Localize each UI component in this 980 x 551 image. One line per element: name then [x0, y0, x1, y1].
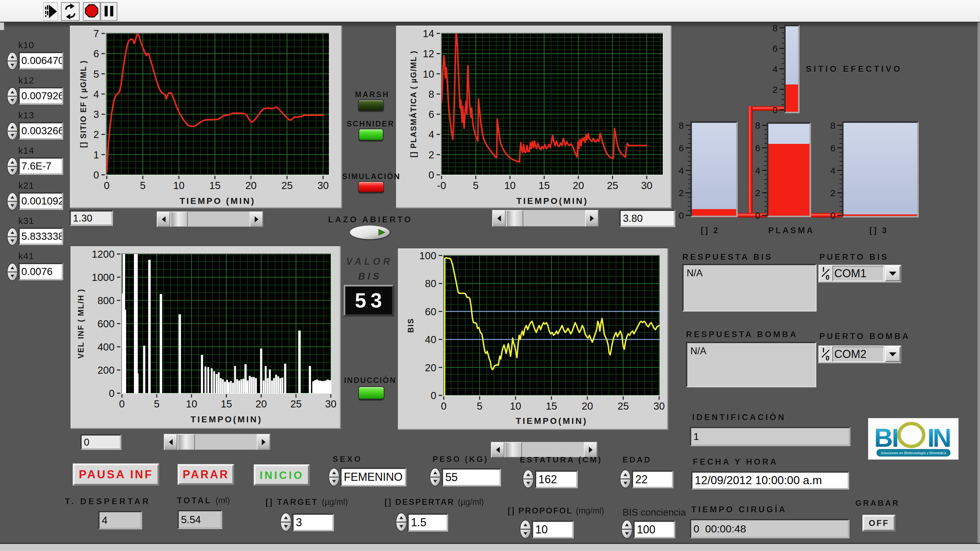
svg-text:0: 0 [826, 354, 829, 362]
svg-text:6: 6 [429, 109, 434, 120]
svg-text:6: 6 [755, 143, 760, 153]
svg-text:TIEMPO(MIN): TIEMPO(MIN) [516, 416, 588, 426]
svg-text:20: 20 [256, 398, 267, 410]
svg-text:VEL INF ( ML/H ): VEL INF ( ML/H ) [76, 289, 85, 359]
svg-text:25: 25 [607, 180, 618, 191]
svg-text:30: 30 [318, 180, 329, 191]
svg-text:5: 5 [154, 398, 159, 410]
svg-text:4: 4 [679, 165, 684, 176]
svg-text:[] PLASMÁTICA ( µG/ML ): [] PLASMÁTICA ( µG/ML ) [409, 51, 418, 157]
svg-text:6: 6 [94, 48, 99, 59]
svg-text:0: 0 [119, 398, 125, 410]
svg-text:20: 20 [582, 400, 593, 412]
svg-text:20: 20 [425, 362, 436, 373]
svg-text:10: 10 [173, 180, 185, 191]
svg-text:6: 6 [830, 143, 835, 153]
svg-text:5: 5 [140, 180, 145, 191]
svg-text:2: 2 [94, 129, 99, 140]
svg-text:10: 10 [510, 400, 522, 412]
svg-text:2: 2 [679, 188, 684, 198]
svg-text:200: 200 [97, 364, 115, 376]
svg-text:0: 0 [441, 400, 447, 412]
svg-text:4: 4 [755, 165, 760, 176]
svg-text:30: 30 [654, 400, 665, 412]
svg-text:800: 800 [97, 295, 115, 306]
svg-text:4: 4 [830, 165, 835, 176]
svg-text:2: 2 [755, 188, 760, 198]
svg-text:10: 10 [423, 68, 434, 80]
svg-text:8: 8 [830, 120, 835, 130]
svg-text:600: 600 [97, 318, 115, 329]
svg-text:30: 30 [325, 398, 337, 410]
svg-text:8: 8 [679, 120, 684, 130]
svg-text:1: 1 [94, 149, 99, 160]
svg-text:5: 5 [477, 400, 482, 412]
svg-text:0: 0 [109, 387, 115, 399]
svg-text:8: 8 [772, 23, 778, 33]
svg-text:BIS: BIS [406, 318, 415, 333]
svg-text:0: 0 [104, 180, 110, 191]
svg-text:25: 25 [290, 398, 302, 410]
svg-text:15: 15 [209, 180, 221, 191]
svg-text:80: 80 [425, 278, 436, 289]
svg-text:4: 4 [772, 64, 778, 74]
svg-text:0: 0 [431, 390, 436, 401]
svg-text:0: 0 [429, 169, 434, 181]
svg-text:0: 0 [830, 210, 835, 221]
svg-text:1200: 1200 [92, 248, 115, 260]
svg-text:0: 0 [94, 169, 99, 181]
svg-text:10: 10 [504, 180, 516, 191]
svg-text:IN: IN [928, 423, 950, 452]
svg-text:TIEMPO(MIN): TIEMPO(MIN) [517, 196, 588, 206]
svg-text:25: 25 [281, 180, 293, 191]
svg-text:7: 7 [94, 28, 99, 39]
svg-text:15: 15 [546, 400, 557, 412]
svg-text:400: 400 [97, 341, 115, 353]
svg-text:5: 5 [473, 180, 478, 191]
svg-text:TIEMPO(MIN): TIEMPO(MIN) [191, 414, 262, 424]
svg-text:[] SITIO EF ( µG/ML ): [] SITIO EF ( µG/ML ) [79, 60, 88, 148]
svg-text:0: 0 [772, 105, 778, 115]
svg-text:15: 15 [221, 398, 232, 410]
svg-text:14: 14 [423, 28, 434, 39]
svg-text:2: 2 [772, 84, 778, 95]
svg-text:20: 20 [245, 180, 257, 191]
svg-text:10: 10 [186, 398, 197, 410]
svg-text:2: 2 [429, 149, 434, 160]
svg-text:30: 30 [641, 180, 652, 191]
svg-text:8: 8 [755, 120, 760, 130]
svg-text:25: 25 [618, 400, 629, 412]
svg-text:6: 6 [772, 43, 778, 54]
svg-text:0: 0 [755, 210, 760, 221]
svg-text:12: 12 [423, 48, 434, 59]
svg-text:Soluciones en Biotecnología y: Soluciones en Biotecnología y Biomédica [881, 451, 947, 455]
svg-text:60: 60 [425, 306, 436, 318]
svg-text:I: I [822, 266, 824, 273]
svg-text:100: 100 [419, 250, 436, 261]
svg-text:1000: 1000 [92, 272, 115, 283]
svg-text:3: 3 [94, 109, 99, 120]
svg-text:2: 2 [830, 188, 835, 198]
svg-text:40: 40 [425, 334, 436, 345]
svg-text:0: 0 [679, 210, 684, 221]
svg-text:TIEMPO (MIN): TIEMPO (MIN) [180, 196, 255, 206]
svg-text:15: 15 [538, 180, 550, 191]
svg-text:I: I [822, 347, 824, 354]
svg-text:0: 0 [826, 273, 829, 281]
svg-text:8: 8 [429, 89, 434, 100]
svg-text:4: 4 [429, 129, 434, 140]
svg-text:4: 4 [94, 89, 99, 100]
svg-text:5: 5 [94, 68, 99, 80]
svg-text:BI: BI [874, 423, 898, 452]
svg-text:6: 6 [679, 143, 684, 153]
svg-text:-0: -0 [437, 180, 446, 191]
svg-text:20: 20 [573, 180, 584, 191]
